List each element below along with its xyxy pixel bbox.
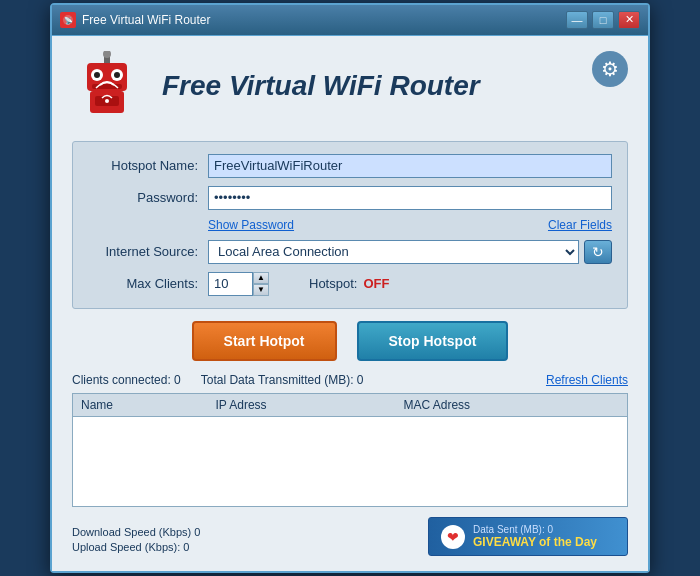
- data-sent-stat: Data Sent (MB): 0: [473, 524, 597, 535]
- refresh-clients-button[interactable]: Refresh Clients: [546, 373, 628, 387]
- hotspot-status: Hotspot: OFF: [309, 276, 389, 291]
- hotspot-status-value: OFF: [363, 276, 389, 291]
- stats-left: Clients connected: 0 Total Data Transmit…: [72, 373, 364, 387]
- spinner-down-button[interactable]: ▼: [253, 284, 269, 296]
- col-mac-header: MAC Adress: [395, 394, 627, 417]
- svg-text:📡: 📡: [64, 16, 73, 25]
- hotspot-name-input[interactable]: [208, 154, 612, 178]
- col-ip-header: IP Adress: [207, 394, 395, 417]
- col-name-header: Name: [73, 394, 207, 417]
- close-button[interactable]: ✕: [618, 11, 640, 29]
- spinner-up-button[interactable]: ▲: [253, 272, 269, 284]
- clients-table: Name IP Adress MAC Adress: [72, 393, 628, 508]
- download-speed-stat: Download Speed (Kbps) 0: [72, 526, 200, 538]
- titlebar-left: 📡 Free Virtual WiFi Router: [60, 12, 210, 28]
- hotspot-status-label: Hotspot:: [309, 276, 357, 291]
- window-title: Free Virtual WiFi Router: [82, 13, 210, 27]
- clients-table-body: [73, 416, 627, 506]
- app-icon: 📡: [60, 12, 76, 28]
- password-row: Password:: [88, 186, 612, 210]
- main-window: 📡 Free Virtual WiFi Router — □ ✕: [50, 3, 650, 574]
- show-password-link[interactable]: Show Password: [208, 218, 294, 232]
- svg-point-7: [94, 72, 100, 78]
- client-stats-row: Clients connected: 0 Total Data Transmit…: [72, 373, 628, 387]
- window-controls: — □ ✕: [566, 11, 640, 29]
- start-hotspot-button[interactable]: Start Hotpot: [192, 321, 337, 361]
- clear-fields-link[interactable]: Clear Fields: [548, 218, 612, 232]
- refresh-sources-button[interactable]: ↻: [584, 240, 612, 264]
- app-header: Free Virtual WiFi Router ⚙: [72, 51, 628, 121]
- internet-source-row: Internet Source: Local Area Connection W…: [88, 240, 612, 264]
- settings-form: Hotspot Name: Password: Show Password Cl…: [72, 141, 628, 309]
- hotspot-name-row: Hotspot Name:: [88, 154, 612, 178]
- password-label: Password:: [88, 190, 208, 205]
- minimize-button[interactable]: —: [566, 11, 588, 29]
- data-transmitted-stat: Total Data Transmitted (MB): 0: [201, 373, 364, 387]
- bottom-section: Download Speed (Kbps) 0 Upload Speed (Kb…: [72, 517, 628, 556]
- max-clients-row: Max Clients: ▲ ▼ Hotspot: OFF: [88, 272, 612, 296]
- form-links: Show Password Clear Fields: [88, 218, 612, 232]
- giveaway-icon: ❤: [441, 525, 465, 549]
- max-clients-input[interactable]: [208, 272, 253, 296]
- internet-source-label: Internet Source:: [88, 244, 208, 259]
- svg-point-12: [105, 99, 109, 103]
- titlebar: 📡 Free Virtual WiFi Router — □ ✕: [52, 5, 648, 36]
- speed-stats: Download Speed (Kbps) 0 Upload Speed (Kb…: [72, 526, 200, 556]
- max-clients-label: Max Clients:: [88, 276, 208, 291]
- password-input[interactable]: [208, 186, 612, 210]
- max-clients-spinner: ▲ ▼: [208, 272, 269, 296]
- giveaway-banner[interactable]: ❤ Data Sent (MB): 0 GIVEAWAY of the Day: [428, 517, 628, 556]
- svg-point-8: [114, 72, 120, 78]
- app-title: Free Virtual WiFi Router: [162, 70, 480, 102]
- spinner-buttons: ▲ ▼: [253, 272, 269, 296]
- clients-connected-stat: Clients connected: 0: [72, 373, 181, 387]
- robot-logo: [72, 51, 142, 121]
- giveaway-text: Data Sent (MB): 0 GIVEAWAY of the Day: [473, 524, 597, 549]
- stop-hotspot-button[interactable]: Stop Hotspot: [357, 321, 509, 361]
- action-buttons: Start Hotpot Stop Hotspot: [72, 321, 628, 361]
- maximize-button[interactable]: □: [592, 11, 614, 29]
- giveaway-title: GIVEAWAY of the Day: [473, 535, 597, 549]
- internet-source-select[interactable]: Local Area Connection Wi-Fi Ethernet: [208, 240, 579, 264]
- main-content: Free Virtual WiFi Router ⚙ Hotspot Name:…: [52, 36, 648, 572]
- upload-speed-stat: Upload Speed (Kbps): 0: [72, 541, 200, 553]
- hotspot-name-label: Hotspot Name:: [88, 158, 208, 173]
- settings-icon[interactable]: ⚙: [592, 51, 628, 87]
